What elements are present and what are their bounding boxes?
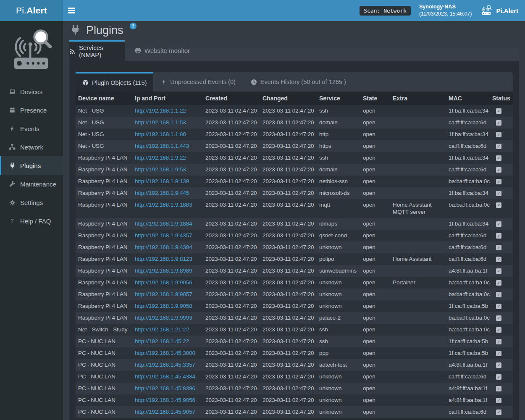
navbar-app-link[interactable]: Pi.Alert <box>480 4 518 17</box>
ip-port-link[interactable]: http://192.168.1.9:9057 <box>135 291 192 297</box>
ip-port-link[interactable]: http://192.168.1.9:9993 <box>135 315 192 321</box>
ip-port-link[interactable]: http://192.168.1.9:9058 <box>135 303 192 309</box>
sidebar-item-settings[interactable]: Settings <box>0 193 63 212</box>
ip-port-link[interactable]: http://192.168.1.1:443 <box>135 143 189 149</box>
ip-port-link[interactable]: http://192.168.1.9:4384 <box>135 244 192 250</box>
status-checkbox[interactable]: ✓ <box>496 362 501 368</box>
cell-ip: http://192.168.1.9:1884 <box>132 218 203 230</box>
cell-state: open <box>360 242 390 253</box>
status-checkbox[interactable]: ✓ <box>496 315 501 321</box>
status-checkbox[interactable]: ✓ <box>496 327 501 333</box>
subtab-unprocessed-events-0[interactable]: Unprocessed Events (0) <box>153 72 243 92</box>
column-header-mac[interactable]: MAC <box>446 92 490 105</box>
status-checkbox[interactable]: ✓ <box>496 202 501 208</box>
cell-device: Raspberry Pi 4 LAN <box>76 253 132 265</box>
sidebar-item-maintenance[interactable]: Maintenance <box>0 175 63 193</box>
cell-extra <box>390 152 446 164</box>
cell-extra: Home Assistant <box>390 253 446 265</box>
ip-port-link[interactable]: http://192.168.1.45:9057 <box>135 409 195 415</box>
status-checkbox[interactable]: ✓ <box>496 179 501 184</box>
tab-website-monitor[interactable]: Website monitor <box>125 40 200 61</box>
sidebar-item-help-faq[interactable]: ?Help / FAQ <box>0 212 63 230</box>
status-checkbox[interactable]: ✓ <box>496 132 501 137</box>
cell-device: PC - NUC LAN <box>76 336 132 347</box>
ip-port-link[interactable]: http://192.168.1.45:3357 <box>135 362 195 368</box>
cell-device: Raspberry Pi 4 LAN <box>76 289 132 300</box>
status-checkbox[interactable]: ✓ <box>496 167 501 173</box>
column-header-extra[interactable]: Extra <box>390 92 446 105</box>
column-header-device-name[interactable]: Device name <box>76 92 132 105</box>
ip-port-link[interactable]: http://192.168.1.45:8396 <box>135 385 195 391</box>
status-checkbox[interactable]: ✓ <box>496 191 501 196</box>
status-checkbox[interactable]: ✓ <box>496 386 501 391</box>
status-checkbox[interactable]: ✓ <box>496 233 501 239</box>
cell-status: ✓ <box>490 383 513 394</box>
column-header-status[interactable]: Status <box>490 92 513 105</box>
table-header-row: Device nameIp and PortCreatedChangedServ… <box>76 92 513 105</box>
status-checkbox[interactable]: ✓ <box>496 351 501 356</box>
status-checkbox[interactable]: ✓ <box>496 144 501 149</box>
ip-port-link[interactable]: http://192.168.1.45:3000 <box>135 350 195 356</box>
cell-mac: 1f:ca:ff:ca:ba:5b <box>446 300 490 312</box>
ip-port-link[interactable]: http://192.168.1.9:9056 <box>135 279 192 286</box>
status-checkbox[interactable]: ✓ <box>496 292 501 297</box>
ip-port-link[interactable]: http://192.168.1.9:445 <box>135 190 189 196</box>
brand-logo[interactable]: Pi.Alert <box>0 0 63 21</box>
cell-service: qsnet-cond <box>317 230 360 242</box>
cell-mac: ca:ff:ff:ca:ba:6d <box>446 117 490 129</box>
status-checkbox[interactable]: ✓ <box>496 108 501 114</box>
status-checkbox[interactable]: ✓ <box>496 304 501 309</box>
ip-port-link[interactable]: http://192.168.1.21:22 <box>135 326 189 333</box>
subtab-events-history-50-out-of-1265[interactable]: Events History (50 out of 1265 ) <box>243 72 354 92</box>
ip-port-link[interactable]: http://192.168.1.9:4357 <box>135 232 192 239</box>
status-checkbox[interactable]: ✓ <box>496 280 501 286</box>
status-checkbox[interactable]: ✓ <box>496 339 501 344</box>
status-checkbox[interactable]: ✓ <box>496 268 501 274</box>
status-checkbox[interactable]: ✓ <box>496 245 501 250</box>
cell-changed: 2023-03-11 02:47:20 <box>260 218 317 230</box>
ip-port-link[interactable]: http://192.168.1.9:1883 <box>135 202 192 208</box>
status-checkbox[interactable]: ✓ <box>496 257 501 262</box>
cell-state: open <box>360 164 390 176</box>
cell-extra: Portainer <box>390 277 446 289</box>
status-checkbox[interactable]: ✓ <box>496 374 501 380</box>
help-badge[interactable]: ? <box>130 23 136 29</box>
sidebar-item-network[interactable]: Network <box>0 138 63 156</box>
ip-port-link[interactable]: http://192.168.1.9:8123 <box>135 256 192 262</box>
ip-port-link[interactable]: http://192.168.1.45:9056 <box>135 397 195 403</box>
status-checkbox[interactable]: ✓ <box>496 398 501 403</box>
ip-port-link[interactable]: http://192.168.1.9:1884 <box>135 220 192 227</box>
column-header-service[interactable]: Service <box>317 92 360 105</box>
sidebar-item-plugins[interactable]: Plugins <box>0 156 63 175</box>
cell-device: PC - NUC LAN <box>76 347 132 359</box>
ip-port-link[interactable]: http://192.168.1.45:4384 <box>135 373 195 380</box>
sidebar-item-events[interactable]: Events <box>0 119 63 138</box>
cell-mac: 1f:ba:ff:ca:ba:34 <box>446 152 490 164</box>
table-body: Net - USGhttp://192.168.1.1:222023-03-11… <box>76 105 513 418</box>
column-header-state[interactable]: State <box>360 92 390 105</box>
sidebar-toggle-icon[interactable] <box>68 0 83 21</box>
column-header-changed[interactable]: Changed <box>260 92 317 105</box>
status-checkbox[interactable]: ✓ <box>496 221 501 227</box>
gear-icon <box>8 200 16 206</box>
status-checkbox[interactable]: ✓ <box>496 120 501 126</box>
ip-port-link[interactable]: http://192.168.1.9:53 <box>135 166 186 173</box>
ip-port-link[interactable]: http://192.168.1.1:53 <box>135 119 186 126</box>
status-checkbox[interactable]: ✓ <box>496 155 501 161</box>
ip-port-link[interactable]: http://192.168.1.9:22 <box>135 155 186 161</box>
cell-status: ✓ <box>490 199 513 218</box>
column-header-created[interactable]: Created <box>203 92 260 105</box>
ip-port-link[interactable]: http://192.168.1.1:80 <box>135 131 186 137</box>
ip-port-link[interactable]: http://192.168.1.45:22 <box>135 338 189 344</box>
subtab-plugin-objects-115[interactable]: Plugin Objects (115) <box>76 72 153 92</box>
ip-port-link[interactable]: http://192.168.1.9:8989 <box>135 268 192 274</box>
cell-mac: a4:8f:ff:aa:ba:1f <box>446 383 490 394</box>
ip-port-link[interactable]: http://192.168.1.9:139 <box>135 178 189 184</box>
status-checkbox[interactable]: ✓ <box>496 410 501 415</box>
tab-services-nmap[interactable]: Services (NMAP) <box>69 40 125 61</box>
sidebar-item-devices[interactable]: Devices <box>0 82 63 101</box>
cell-ip: http://192.168.1.9:9993 <box>132 312 203 324</box>
sidebar-item-presence[interactable]: Presence <box>0 101 63 119</box>
ip-port-link[interactable]: http://192.168.1.1:22 <box>135 108 186 114</box>
column-header-ip-and-port[interactable]: Ip and Port <box>132 92 203 105</box>
